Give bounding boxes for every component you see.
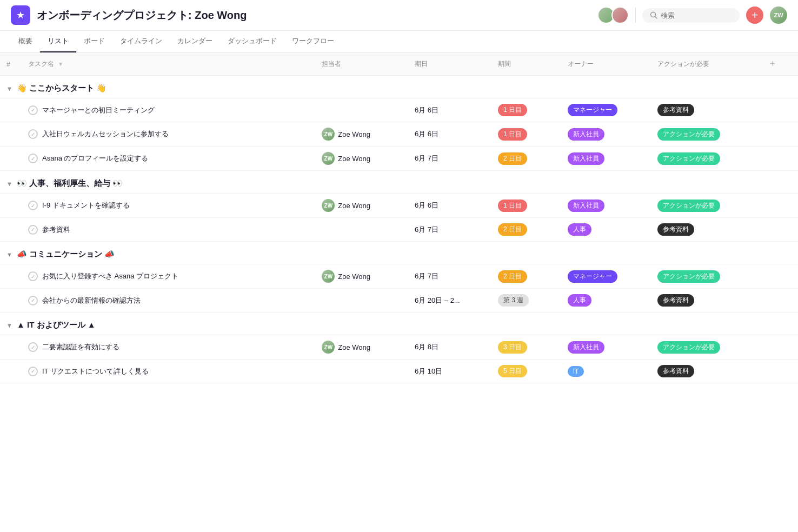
action-badge: 参考資料 [657, 294, 694, 307]
task-name[interactable]: 会社からの最新情報の確認方法 [42, 296, 141, 305]
assignee-cell: ZW Zoe Wong [322, 270, 402, 283]
task-name[interactable]: お気に入り登録すべき Asana プロジェクト [42, 271, 178, 281]
section-row-0[interactable]: ▼ 👋 ここからスタート 👋 [0, 76, 798, 98]
table-body: ▼ 👋 ここからスタート 👋 ✓ マネージャーとの初日ミーティング 6月 6日 … [0, 76, 798, 383]
collaborator-avatars [597, 6, 629, 24]
task-check[interactable]: ✓ [28, 225, 38, 235]
owner-cell: 新入社員 [561, 122, 651, 147]
table-container: # タスク名 ▼ 担当者 期日 期間 オーナー アクションが必要 + ▼ 👋 こ… [0, 53, 798, 383]
search-input[interactable] [661, 11, 726, 19]
task-check[interactable]: ✓ [28, 342, 38, 352]
task-name[interactable]: 二要素認証を有効にする [42, 342, 119, 352]
section-title: ▼ 📣 コミュニケーション 📣 [0, 242, 798, 264]
duration-badge: 2 日目 [498, 223, 527, 236]
owner-badge: 人事 [568, 223, 591, 236]
table-row: ✓ IT リクエストについて詳しく見る 6月 10日 5 日目 IT 参考資料 [0, 360, 798, 383]
duration-badge: 2 日目 [498, 270, 527, 283]
due-date: 6月 6日 [408, 194, 491, 218]
header: ★ オンボーディングプロジェクト: Zoe Wong + ZW [0, 0, 798, 31]
task-check[interactable]: ✓ [28, 201, 38, 210]
extra-cell [759, 147, 798, 171]
nav-tab-概要[interactable]: 概要 [11, 31, 40, 52]
extra-cell [759, 194, 798, 218]
action-badge: アクションが必要 [657, 341, 720, 354]
assignee-cell: ZW Zoe Wong [322, 199, 402, 212]
col-duration: 期間 [491, 53, 561, 76]
section-row-2[interactable]: ▼ 📣 コミュニケーション 📣 [0, 242, 798, 264]
assignee-name: Zoe Wong [338, 202, 370, 210]
nav-tab-ボード[interactable]: ボード [76, 31, 112, 52]
duration-cell: 2 日目 [491, 218, 561, 242]
header-right: + ZW [597, 6, 787, 24]
task-name-cell: ✓ マネージャーとの初日ミーティング [22, 98, 315, 122]
task-name[interactable]: マネージャーとの初日ミーティング [42, 105, 155, 115]
table-row: ✓ 参考資料 6月 7日 2 日目 人事 参考資料 [0, 218, 798, 242]
duration-badge: 1 日目 [498, 128, 527, 141]
assignee-td: ZW Zoe Wong [315, 122, 408, 147]
task-name[interactable]: I-9 ドキュメントを確認する [42, 201, 130, 210]
assignee-name: Zoe Wong [338, 130, 370, 138]
chevron-down-icon: ▼ [6, 322, 12, 329]
section-title: ▼ ▲ IT およびツール ▲ [0, 312, 798, 335]
chevron-down-icon: ▼ [6, 251, 12, 258]
action-badge: 参考資料 [657, 365, 694, 377]
search-bar[interactable] [642, 8, 740, 23]
owner-badge: IT [568, 366, 584, 377]
task-check[interactable]: ✓ [28, 129, 38, 139]
project-title: オンボーディングプロジェクト: Zoe Wong [37, 8, 591, 23]
section-row-3[interactable]: ▼ ▲ IT およびツール ▲ [0, 312, 798, 335]
owner-cell: IT [561, 360, 651, 383]
nav-tab-リスト[interactable]: リスト [40, 31, 76, 52]
user-avatar[interactable]: ZW [770, 6, 787, 24]
section-row-1[interactable]: ▼ 👀 人事、福利厚生、給与 👀 [0, 171, 798, 194]
avatar-2[interactable] [611, 6, 629, 24]
sort-icon[interactable]: ▼ [58, 61, 63, 67]
nav-tab-ワークフロー[interactable]: ワークフロー [284, 31, 342, 52]
action-cell: 参考資料 [651, 98, 759, 122]
nav-tab-ダッシュボード[interactable]: ダッシュボード [220, 31, 284, 52]
extra-cell [759, 98, 798, 122]
task-name-cell: ✓ 参考資料 [22, 218, 315, 242]
action-badge: アクションが必要 [657, 270, 720, 283]
task-check[interactable]: ✓ [28, 367, 38, 376]
add-button[interactable]: + [746, 6, 763, 24]
col-add[interactable]: + [759, 53, 798, 76]
extra-cell [759, 218, 798, 242]
avatar: ZW [322, 270, 335, 283]
task-name[interactable]: 入社日ウェルカムセッションに参加する [42, 129, 169, 139]
col-assignee: 担当者 [315, 53, 408, 76]
section-title: ▼ 👀 人事、福利厚生、給与 👀 [0, 171, 798, 194]
owner-cell: 新入社員 [561, 335, 651, 360]
assignee-td: ZW Zoe Wong [315, 194, 408, 218]
owner-cell: 人事 [561, 218, 651, 242]
action-cell: アクションが必要 [651, 147, 759, 171]
assignee-td: ZW Zoe Wong [315, 335, 408, 360]
task-table: # タスク名 ▼ 担当者 期日 期間 オーナー アクションが必要 + ▼ 👋 こ… [0, 53, 798, 383]
task-check[interactable]: ✓ [28, 154, 38, 163]
table-row: ✓ Asana のプロフィールを設定する ZW Zoe Wong 6月 7日 2… [0, 147, 798, 171]
nav-tab-カレンダー[interactable]: カレンダー [170, 31, 220, 52]
owner-cell: マネージャー [561, 98, 651, 122]
due-date: 6月 7日 [408, 147, 491, 171]
due-date: 6月 10日 [408, 360, 491, 383]
nav-tab-タイムライン[interactable]: タイムライン [112, 31, 170, 52]
assignee-name: Zoe Wong [338, 343, 370, 351]
task-number [0, 98, 22, 122]
task-check[interactable]: ✓ [28, 271, 38, 281]
table-row: ✓ 二要素認証を有効にする ZW Zoe Wong 6月 8日 3 日目 新入社… [0, 335, 798, 360]
action-badge: 参考資料 [657, 104, 694, 116]
task-name[interactable]: 参考資料 [42, 225, 70, 235]
action-cell: 参考資料 [651, 218, 759, 242]
task-name[interactable]: IT リクエストについて詳しく見る [42, 367, 149, 376]
search-icon [650, 11, 657, 19]
task-number [0, 122, 22, 147]
task-check[interactable]: ✓ [28, 105, 38, 115]
duration-cell: 2 日目 [491, 264, 561, 289]
task-name-cell: ✓ Asana のプロフィールを設定する [22, 147, 315, 171]
action-badge: アクションが必要 [657, 152, 720, 165]
task-check[interactable]: ✓ [28, 296, 38, 305]
task-name-cell: ✓ 会社からの最新情報の確認方法 [22, 289, 315, 312]
task-name[interactable]: Asana のプロフィールを設定する [42, 154, 148, 163]
task-name-cell: ✓ 入社日ウェルカムセッションに参加する [22, 122, 315, 147]
action-badge: 参考資料 [657, 223, 694, 236]
